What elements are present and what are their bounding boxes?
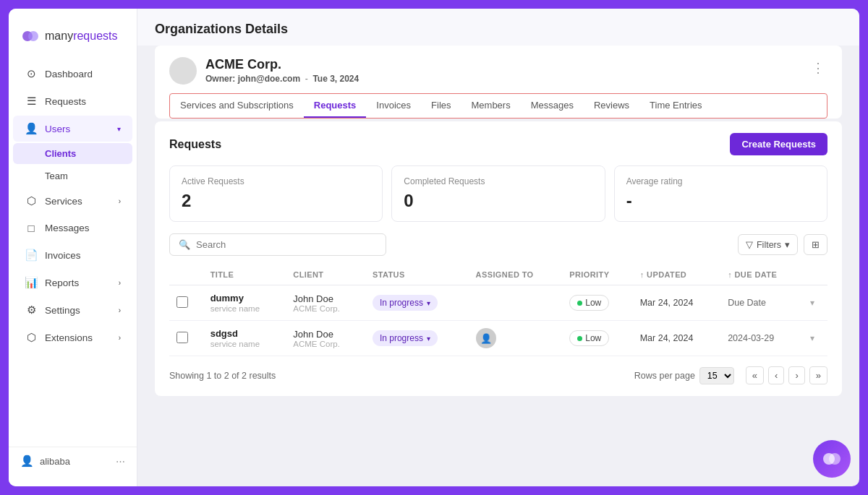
owner-date: Tue 3, 2024 (312, 74, 359, 84)
tab-invoices[interactable]: Invoices (366, 94, 421, 118)
columns-button[interactable]: ⊞ (804, 234, 827, 255)
col-status[interactable]: STATUS (365, 264, 469, 285)
messages-icon: □ (25, 222, 38, 234)
row-checkbox[interactable] (176, 296, 188, 308)
col-actions (803, 264, 827, 285)
row-checkbox-cell (169, 285, 203, 321)
create-requests-button[interactable]: Create Requests (730, 133, 827, 155)
col-updated[interactable]: ↑ UPDATED (633, 264, 720, 285)
tab-members[interactable]: Members (461, 94, 521, 118)
org-owner: Owner: john@doe.com - Tue 3, 2024 (205, 74, 809, 84)
row-assigned-cell (469, 285, 563, 321)
services-icon: ⬡ (25, 194, 38, 207)
chevron-right-icon: › (119, 306, 121, 314)
stat-rating-value: - (626, 191, 815, 211)
chevron-right-icon: › (119, 334, 121, 342)
chevron-right-icon: › (119, 279, 121, 287)
stat-cards: Active Requests 2 Completed Requests 0 A… (169, 165, 827, 222)
col-title[interactable]: TITLE (203, 264, 286, 285)
expand-icon[interactable]: ▾ (810, 333, 814, 343)
filter-icon: ▽ (746, 239, 753, 250)
sidebar-sub-item-label: Clients (45, 148, 76, 159)
expand-icon[interactable]: ▾ (810, 298, 814, 308)
owner-label: Owner: (205, 74, 235, 84)
status-badge[interactable]: In progress ▾ (373, 330, 438, 346)
last-page-button[interactable]: » (809, 366, 827, 384)
rows-per-page-label: Rows per page (634, 371, 695, 381)
sidebar-item-settings[interactable]: ⚙ Settings › (13, 297, 132, 323)
status-badge[interactable]: In progress ▾ (373, 295, 438, 311)
sidebar-item-label: Settings (45, 305, 80, 316)
filters-button[interactable]: ▽ Filters ▾ (738, 234, 798, 255)
priority-text: Low (585, 333, 601, 343)
sidebar-item-team[interactable]: Team (13, 165, 132, 186)
row-checkbox[interactable] (176, 332, 188, 343)
settings-icon: ⚙ (25, 304, 38, 317)
watermark-logo (813, 440, 851, 478)
row-expand-cell: ▾ (803, 321, 827, 356)
sidebar-footer: 👤 alibaba ⋯ (9, 447, 137, 475)
row-checkbox-cell (169, 321, 203, 356)
filter-row: ▽ Filters ▾ ⊞ (738, 234, 827, 255)
stat-active-label: Active Requests (182, 176, 370, 186)
client-org: ACME Corp. (293, 304, 358, 313)
logo-icon (20, 26, 41, 46)
table-row: sdgsd service name John Doe ACME Corp. (169, 321, 827, 356)
tab-files[interactable]: Files (421, 94, 461, 118)
sidebar-item-clients[interactable]: Clients (13, 143, 132, 164)
chevron-down-icon: ▾ (785, 239, 790, 250)
col-assigned[interactable]: ASSIGNED TO (469, 264, 563, 285)
tab-requests[interactable]: Requests (304, 94, 367, 118)
next-page-button[interactable]: › (788, 366, 804, 384)
client-name: John Doe (293, 293, 358, 304)
logo-requests: requests (73, 30, 117, 42)
prev-page-button[interactable]: ‹ (768, 366, 784, 384)
table-row: dummy service name John Doe ACME Corp. (169, 285, 827, 321)
updated-date: Mar 24, 2024 (640, 333, 694, 343)
sidebar-item-users[interactable]: 👤 Users ▾ (13, 116, 132, 142)
sidebar-item-services[interactable]: ⬡ Services › (13, 188, 132, 214)
stat-rating-label: Average rating (626, 176, 815, 186)
status-text: In progress (380, 298, 423, 308)
updated-date: Mar 24, 2024 (640, 298, 694, 308)
tab-messages[interactable]: Messages (521, 94, 584, 118)
row-title: sdgsd (210, 328, 279, 339)
owner-email: john@doe.com (238, 74, 300, 84)
row-updated-cell: Mar 24, 2024 (633, 285, 720, 321)
main-content: Organizations Details ACME Corp. Owner: … (137, 9, 859, 486)
chevron-down-icon: ▾ (427, 335, 430, 343)
sidebar-item-dashboard[interactable]: ⊙ Dashboard (13, 61, 132, 87)
logo[interactable]: manyrequests (9, 20, 137, 61)
search-box[interactable]: 🔍 (169, 233, 386, 256)
more-options-icon[interactable]: ⋯ (116, 456, 125, 467)
col-client[interactable]: CLIENT (286, 264, 365, 285)
stat-card-rating: Average rating - (614, 165, 827, 222)
org-avatar (169, 57, 197, 85)
tab-time-entries[interactable]: Time Entries (639, 94, 712, 118)
chevron-down-icon: ▾ (427, 299, 430, 307)
user-avatar-icon: 👤 (20, 455, 34, 468)
col-priority[interactable]: PRIORITY (562, 264, 632, 285)
sidebar-item-extensions[interactable]: ⬡ Extensions › (13, 324, 132, 350)
row-priority-cell: Low (562, 321, 632, 356)
row-priority-cell: Low (562, 285, 632, 321)
priority-badge: Low (569, 330, 609, 346)
sidebar-item-label: Users (45, 124, 70, 134)
first-page-button[interactable]: « (746, 366, 764, 384)
status-text: In progress (380, 333, 423, 343)
col-due-date[interactable]: ↑ DUE DATE (720, 264, 803, 285)
stat-card-active: Active Requests 2 (169, 165, 383, 222)
requests-section: Requests Create Requests Active Requests… (155, 121, 842, 396)
search-row: 🔍 ▽ Filters ▾ ⊞ (169, 233, 827, 256)
sidebar-item-messages[interactable]: □ Messages (13, 215, 132, 241)
sidebar-item-requests[interactable]: ☰ Requests (13, 88, 132, 114)
sidebar-item-invoices[interactable]: 📄 Invoices (13, 242, 132, 268)
sidebar-item-reports[interactable]: 📊 Reports › (13, 270, 132, 296)
tab-services-subscriptions[interactable]: Services and Subscriptions (170, 94, 304, 118)
tab-reviews[interactable]: Reviews (584, 94, 639, 118)
rows-per-page-select[interactable]: 15 25 50 (699, 367, 734, 384)
search-input[interactable] (196, 239, 377, 250)
reports-icon: 📊 (25, 276, 38, 289)
requests-top-bar: Requests Create Requests (169, 133, 827, 155)
org-more-button[interactable]: ⋮ (809, 57, 827, 79)
